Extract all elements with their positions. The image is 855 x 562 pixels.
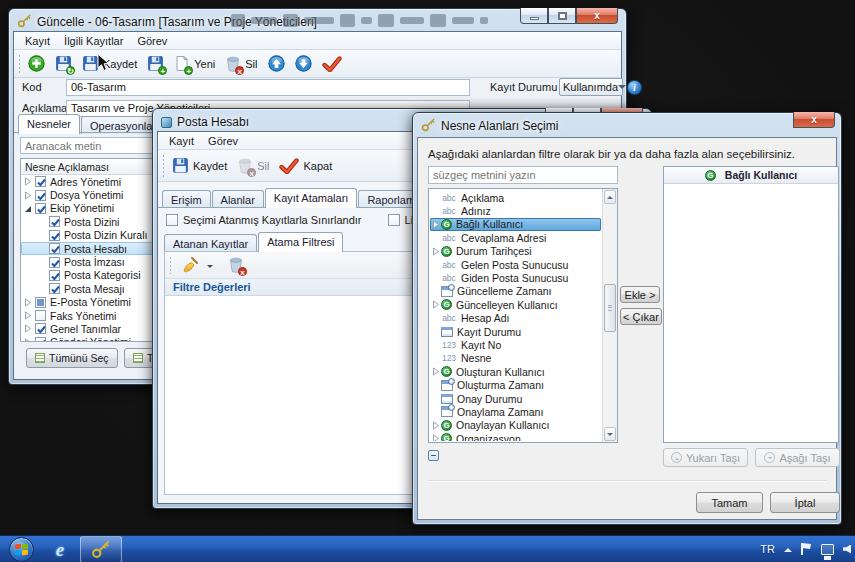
tree-item-g-nderi-y-netimi[interactable]: Gönderi Yönetimi <box>21 336 159 342</box>
scrollbar[interactable] <box>602 189 617 442</box>
menu-item-i-lgili-kay-tlar[interactable]: İlgili Kayıtlar <box>57 33 130 49</box>
toolbar-button-sil[interactable]: xSil <box>233 156 273 176</box>
field-expander-icon[interactable] <box>432 421 441 430</box>
toolbar-button[interactable] <box>24 53 49 74</box>
field-item-g-ncelleyen-kullan-c-[interactable]: GGüncelleyen Kullanıcı <box>430 298 601 311</box>
menu-item-kay-t[interactable]: Kayıt <box>18 33 57 49</box>
field-item-kay-t-no[interactable]: 123Kayıt No <box>430 338 601 351</box>
tree-item-faks-y-netimi[interactable]: Faks Yönetimi <box>21 309 159 322</box>
field-item-gelen-posta-sunucusu[interactable]: abcGelen Posta Sunucusu <box>430 258 601 271</box>
cancel-button[interactable]: İptal <box>770 492 840 513</box>
tree-expander-icon[interactable] <box>24 311 34 321</box>
tab-nesneler[interactable]: Nesneler <box>18 114 80 134</box>
scroll-down-button[interactable] <box>604 427 616 441</box>
tree-checkbox[interactable] <box>35 297 46 308</box>
action-center-flag-icon[interactable] <box>801 543 812 555</box>
field-expander-icon[interactable] <box>432 434 441 441</box>
field-item-hesap-ad-[interactable]: abcHesap Adı <box>430 312 601 325</box>
menu-item-kay-t[interactable]: Kayıt <box>162 133 201 149</box>
close-button[interactable]: x <box>576 8 618 24</box>
field-item-a-klama[interactable]: abcAçıklama <box>430 191 601 204</box>
tree-expander-icon[interactable] <box>24 177 34 187</box>
tree-item-posta-dizini[interactable]: Posta Dizini <box>21 215 159 228</box>
clean-filter-button[interactable] <box>177 254 203 276</box>
toolbar-button-sil[interactable]: xSil <box>221 54 261 74</box>
field-expander-icon[interactable] <box>432 300 441 309</box>
field-item-cevaplama-adresi[interactable]: abcCevaplama Adresi <box>430 231 601 244</box>
menu-item-g-rev[interactable]: Görev <box>130 33 174 49</box>
tree-item-posta-i-mzas-[interactable]: Posta İmzası <box>21 255 159 268</box>
field-item-organizasyon[interactable]: GOrganizasyon <box>430 432 601 441</box>
tab-alanlar[interactable]: Alanlar <box>212 190 264 208</box>
tab-atama-filtresi[interactable]: Atama Filtresi <box>258 232 343 252</box>
tree-item-posta-hesab-[interactable]: Posta Hesabı <box>21 242 159 255</box>
field-item-ba-l-kullan-c-[interactable]: GBağlı Kullanıcı <box>430 218 601 231</box>
start-button[interactable] <box>9 537 34 562</box>
tree-checkbox[interactable] <box>35 323 46 334</box>
field-item-kay-t-durumu[interactable]: Kayıt Durumu <box>430 325 601 338</box>
taskbar-app-button[interactable] <box>80 536 122 562</box>
add-field-button[interactable]: Ekle > <box>620 286 660 303</box>
move-up-button[interactable]: Yukarı Taşı <box>663 448 748 467</box>
tree-checkbox[interactable] <box>49 243 60 254</box>
field-item-ad-n-z[interactable]: abcAdınız <box>430 204 601 217</box>
tree-item-posta-mesaj-[interactable]: Posta Mesajı <box>21 282 159 295</box>
move-down-button[interactable]: Aşağı Taşı <box>755 448 840 467</box>
tree-checkbox[interactable] <box>35 190 46 201</box>
dialog-close-button[interactable]: x <box>793 112 835 128</box>
tree-checkbox[interactable] <box>35 310 46 321</box>
field-item-olu-turma-zaman-[interactable]: Oluşturma Zamanı <box>430 378 601 391</box>
field-item-g-ncelleme-zaman-[interactable]: Güncelleme Zamanı <box>430 285 601 298</box>
taskbar-ie-button[interactable]: e <box>42 536 78 562</box>
tree-expander-icon[interactable] <box>24 337 34 342</box>
toolbar-button[interactable] <box>291 53 316 74</box>
field-item-onaylama-zaman-[interactable]: Onaylama Zamanı <box>430 405 601 418</box>
remove-field-button[interactable]: < Çıkar <box>620 308 662 325</box>
tree-checkbox[interactable] <box>49 230 60 241</box>
tab-atanan-kay-tlar[interactable]: Atanan Kayıtlar <box>164 234 257 252</box>
delete-filter-button[interactable]: x <box>224 255 248 275</box>
ok-button[interactable]: Tamam <box>696 492 763 513</box>
toolbar-button-kapat[interactable]: Kapat <box>275 156 336 176</box>
field-item-olu-turan-kullan-c-[interactable]: GOluşturan Kullanıcı <box>430 365 601 378</box>
scrollbar-thumb[interactable] <box>604 284 616 332</box>
tree-expander-icon[interactable] <box>24 324 34 334</box>
tab-kay-t-atamalar-[interactable]: Kayıt Atamaları <box>265 188 358 208</box>
toolbar-button[interactable]: ↻ <box>51 53 76 74</box>
tree-item-dosya-y-netimi[interactable]: Dosya Yönetimi <box>21 188 159 201</box>
field-item-nesne[interactable]: 123Nesne <box>430 352 601 365</box>
language-indicator[interactable]: TR <box>760 543 775 555</box>
toolbar-button-kaydet[interactable]: Kaydet <box>168 155 231 176</box>
tree-expander-icon[interactable] <box>24 203 34 213</box>
field-item-onay-durumu[interactable]: Onay Durumu <box>430 392 601 405</box>
chevron-down-icon[interactable] <box>207 265 213 271</box>
collapse-all-icon[interactable] <box>428 450 439 461</box>
kod-input[interactable] <box>66 79 470 96</box>
tree-item-posta-kategorisi[interactable]: Posta Kategorisi <box>21 269 159 282</box>
tree-search-input[interactable] <box>20 137 158 154</box>
minimize-button[interactable] <box>520 8 548 24</box>
field-expander-icon[interactable] <box>432 247 441 256</box>
field-filter-input[interactable] <box>428 166 618 184</box>
tree-expander-icon[interactable] <box>24 297 34 307</box>
tree-item-ekip-y-netimi[interactable]: Ekip Yönetimi <box>21 202 159 215</box>
selected-field-ba-l-kullan-c-[interactable]: GBağlı Kullanıcı <box>664 167 838 184</box>
tab-eri-im[interactable]: Erişim <box>162 190 211 208</box>
field-expander-icon[interactable] <box>432 220 441 229</box>
tree-checkbox[interactable] <box>49 216 60 227</box>
tree-item-e-posta-y-netimi[interactable]: E-Posta Yönetimi <box>21 296 159 309</box>
tree-item-posta-dizin-kural-[interactable]: Posta Dizin Kuralı <box>21 229 159 242</box>
tree-checkbox[interactable] <box>35 176 46 187</box>
menu-item-g-rev[interactable]: Görev <box>201 133 245 149</box>
field-expander-icon[interactable] <box>432 367 441 376</box>
tree-checkbox[interactable] <box>49 270 60 281</box>
field-item-giden-posta-sunucusu[interactable]: abcGiden Posta Sunucusu <box>430 271 601 284</box>
kayit-durumu-select[interactable]: Kullanımda <box>559 78 623 96</box>
field-item-onaylayan-kullan-c-[interactable]: GOnaylayan Kullanıcı <box>430 419 601 432</box>
tree-checkbox[interactable] <box>49 257 60 268</box>
network-icon[interactable] <box>821 544 834 555</box>
tree-checkbox[interactable] <box>49 283 60 294</box>
tree-checkbox[interactable] <box>35 203 46 214</box>
toolbar-button[interactable] <box>318 54 346 74</box>
select-all-button[interactable]: Tümünü Seç <box>26 348 118 368</box>
